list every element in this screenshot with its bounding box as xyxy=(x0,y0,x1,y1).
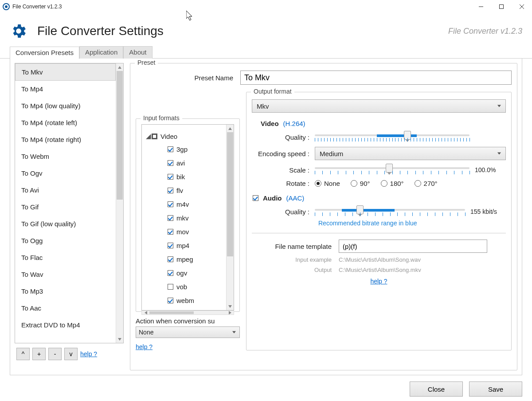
format-checkbox[interactable] xyxy=(168,160,173,166)
preset-list-item[interactable]: To Mp4 (low quality) xyxy=(15,98,116,114)
scroll-down-icon[interactable] xyxy=(116,335,123,343)
preset-name-input[interactable] xyxy=(240,71,512,85)
scrollbar-thumb[interactable] xyxy=(149,311,194,314)
minimize-button[interactable] xyxy=(471,0,491,13)
action-on-success-select[interactable]: None xyxy=(136,326,240,338)
audio-quality-slider[interactable] xyxy=(315,206,465,217)
tab-application[interactable]: Application xyxy=(79,46,123,59)
scrollbar-track[interactable] xyxy=(116,71,123,335)
filename-template-input[interactable] xyxy=(339,240,487,253)
tree-item-ogv[interactable]: ogv xyxy=(144,266,224,280)
format-checkbox[interactable] xyxy=(168,256,173,262)
output-format-select[interactable]: Mkv xyxy=(252,99,506,113)
scroll-down-icon[interactable] xyxy=(227,303,234,310)
tree-item-flv[interactable]: flv xyxy=(144,184,224,197)
close-button[interactable]: Close xyxy=(410,381,463,397)
maximize-button[interactable] xyxy=(491,0,512,13)
tree-item-3gp[interactable]: 3gp xyxy=(144,142,224,156)
page-title: File Converter Settings xyxy=(37,24,164,38)
rotate-option[interactable]: 270° xyxy=(415,180,438,187)
tree-item-mpeg[interactable]: mpeg xyxy=(144,252,224,266)
preset-list-item[interactable]: To Mp4 xyxy=(15,81,116,98)
audio-enable-checkbox[interactable] xyxy=(253,195,258,201)
format-checkbox[interactable] xyxy=(168,270,173,276)
svg-marker-8 xyxy=(228,127,232,130)
video-quality-slider[interactable] xyxy=(315,132,469,142)
format-checkbox[interactable] xyxy=(168,243,173,248)
radio-icon xyxy=(351,180,357,187)
tree-item-avi[interactable]: avi xyxy=(144,156,224,170)
rotate-option[interactable]: None xyxy=(315,180,340,187)
preset-list-item[interactable]: To Webm xyxy=(15,148,116,165)
tree-item-m4v[interactable]: m4v xyxy=(144,197,224,211)
format-checkbox[interactable] xyxy=(168,284,173,290)
preset-list-item[interactable]: To Gif xyxy=(15,199,116,216)
preset-list-item[interactable]: To Aac xyxy=(15,300,116,317)
encoding-speed-select[interactable]: Medium xyxy=(315,147,506,160)
video-codec-label: (H.264) xyxy=(283,120,305,127)
preset-list-item[interactable]: To Mp4 (rotate left) xyxy=(15,114,116,131)
save-button[interactable]: Save xyxy=(469,381,522,397)
input-formats-legend: Input formats xyxy=(141,114,182,122)
scroll-up-icon[interactable] xyxy=(116,63,123,71)
remove-preset-button[interactable]: - xyxy=(48,348,62,360)
tree-item-mp4[interactable]: mp4 xyxy=(144,239,224,252)
scale-slider[interactable] xyxy=(315,165,469,175)
rotate-option[interactable]: 90° xyxy=(351,180,370,187)
input-formats-tree[interactable]: ◢Video3gpavibikflvm4vmkvmovmp4mpegogvvob… xyxy=(142,125,226,310)
preset-list-item[interactable]: To Ogg xyxy=(15,232,116,249)
group-checkbox[interactable] xyxy=(152,134,157,139)
add-preset-button[interactable]: + xyxy=(32,348,46,360)
preset-list-item[interactable]: To Mp4 (rotate right) xyxy=(15,131,116,148)
move-down-button[interactable]: v xyxy=(64,348,78,360)
svg-marker-6 xyxy=(118,66,121,69)
preset-list-item[interactable]: To Wav xyxy=(15,266,116,283)
preset-list-help-link[interactable]: help ? xyxy=(80,350,97,358)
format-checkbox[interactable] xyxy=(168,146,173,152)
scroll-right-icon[interactable] xyxy=(226,311,234,315)
input-formats-help-link[interactable]: help ? xyxy=(136,343,153,350)
preset-list-item[interactable]: Extract DVD to Mp4 xyxy=(15,317,116,334)
scrollbar-thumb[interactable] xyxy=(227,132,233,256)
tree-scrollbar[interactable] xyxy=(226,125,234,310)
preset-list-scrollbar[interactable] xyxy=(116,63,123,343)
preset-list-item[interactable]: To Ogv xyxy=(15,165,116,182)
tree-item-mkv[interactable]: mkv xyxy=(144,211,224,225)
format-checkbox[interactable] xyxy=(168,201,173,207)
radio-icon xyxy=(415,180,421,187)
rotate-option[interactable]: 180° xyxy=(381,180,404,187)
tree-h-scrollbar[interactable] xyxy=(141,311,234,315)
template-help-link[interactable]: help ? xyxy=(370,278,387,285)
preset-list[interactable]: To MkvTo Mp4To Mp4 (low quality)To Mp4 (… xyxy=(15,63,116,343)
tree-item-vob[interactable]: vob xyxy=(144,280,224,294)
preset-list-item[interactable]: To Mkv xyxy=(15,63,116,81)
preset-list-item[interactable]: To Gif (low quality) xyxy=(15,216,116,232)
format-checkbox[interactable] xyxy=(168,188,173,193)
scroll-left-icon[interactable] xyxy=(142,311,149,315)
tree-item-webm[interactable]: webm xyxy=(144,294,224,307)
tab-conversion-presets[interactable]: Conversion Presets xyxy=(10,47,79,59)
format-checkbox[interactable] xyxy=(168,174,173,180)
format-label: vob xyxy=(176,283,187,291)
preset-list-item[interactable]: To Avi xyxy=(15,182,116,199)
format-checkbox[interactable] xyxy=(168,229,173,235)
scroll-up-icon[interactable] xyxy=(227,125,234,132)
scrollbar-thumb[interactable] xyxy=(117,71,123,200)
tree-group-video[interactable]: ◢Video xyxy=(144,127,224,142)
format-checkbox[interactable] xyxy=(168,298,173,303)
audio-quality-label: Quality : xyxy=(252,208,309,216)
close-window-button[interactable] xyxy=(512,0,532,13)
format-label: ogv xyxy=(176,269,187,277)
svg-point-1 xyxy=(5,5,8,8)
window-title: File Converter v1.2.3 xyxy=(12,4,62,10)
move-up-button[interactable]: ^ xyxy=(16,348,30,360)
preset-list-item[interactable]: To Flac xyxy=(15,249,116,266)
tab-about[interactable]: About xyxy=(123,46,152,59)
preset-list-item[interactable]: To Mp3 xyxy=(15,283,116,300)
tree-item-bik[interactable]: bik xyxy=(144,170,224,184)
tree-item-mov[interactable]: mov xyxy=(144,225,224,239)
format-label: mkv xyxy=(176,214,189,222)
preset-name-label: Preset Name xyxy=(136,74,233,82)
format-label: m4v xyxy=(176,200,189,208)
format-checkbox[interactable] xyxy=(168,215,173,221)
